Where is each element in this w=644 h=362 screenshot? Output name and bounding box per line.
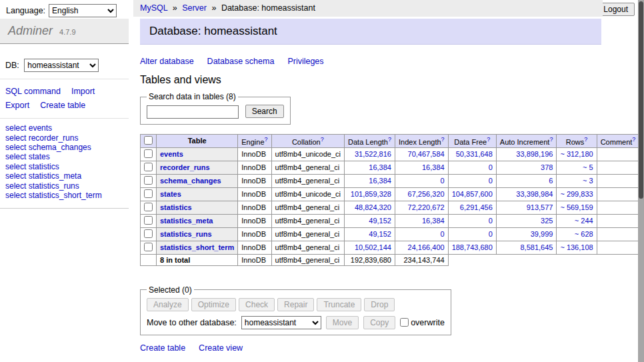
rows-link[interactable]: ~ 569,159 xyxy=(560,203,593,211)
optimize-button[interactable]: Optimize xyxy=(191,298,236,311)
copy-button[interactable]: Copy xyxy=(363,316,395,329)
privileges-link[interactable]: Privileges xyxy=(287,57,323,66)
index-length-link[interactable]: 67,256,320 xyxy=(408,190,445,198)
table-name-link[interactable]: statistics xyxy=(160,203,192,211)
index-length-link[interactable]: 24,166,400 xyxy=(408,243,445,251)
row-checkbox[interactable] xyxy=(144,203,153,211)
index-length-link[interactable]: 70,467,584 xyxy=(408,150,445,158)
table-link[interactable]: recorder_runs xyxy=(29,133,79,143)
table-name-link[interactable]: states xyxy=(160,190,181,198)
row-checkbox[interactable] xyxy=(144,189,153,198)
create-table-link-main[interactable]: Create table xyxy=(140,343,185,353)
data-free-link[interactable]: 104,857,600 xyxy=(452,190,493,198)
index-length-link[interactable]: 16,384 xyxy=(422,217,445,225)
data-length-link[interactable]: 16,384 xyxy=(369,177,391,185)
table-name-link[interactable]: events xyxy=(160,150,183,158)
table-select-link[interactable]: select xyxy=(5,181,26,191)
data-free-link[interactable]: 6,291,456 xyxy=(460,203,493,211)
index-length-doc-link[interactable]: ? xyxy=(441,136,445,143)
table-select-link[interactable]: select xyxy=(5,133,26,143)
collation-doc-link[interactable]: ? xyxy=(321,136,324,143)
db-select[interactable]: homeassistant xyxy=(24,59,99,72)
rows-link[interactable]: ~ 5 xyxy=(583,163,593,171)
data-free-link[interactable]: 0 xyxy=(489,177,493,185)
table-name-link[interactable]: schema_changes xyxy=(160,177,221,185)
index-length-link[interactable]: 0 xyxy=(441,230,445,238)
import-link[interactable]: Import xyxy=(71,87,95,96)
data-length-link[interactable]: 101,859,328 xyxy=(351,190,391,198)
data-length-link[interactable]: 31,522,816 xyxy=(355,150,391,158)
breadcrumb-mysql-link[interactable]: MySQL xyxy=(140,3,167,13)
move-button[interactable]: Move xyxy=(326,316,359,329)
rows-link[interactable]: ~ 628 xyxy=(575,230,593,238)
rows-doc-link[interactable]: ? xyxy=(584,136,587,143)
data-free-link[interactable]: 0 xyxy=(489,230,493,238)
export-link[interactable]: Export xyxy=(5,101,29,110)
auto-increment-link[interactable]: 913,577 xyxy=(527,203,553,211)
data-free-link[interactable]: 50,331,648 xyxy=(456,150,493,158)
row-checkbox[interactable] xyxy=(144,163,153,171)
auto-increment-link[interactable]: 8,581,645 xyxy=(520,243,553,251)
auto-increment-link[interactable]: 6 xyxy=(549,177,553,185)
search-button[interactable]: Search xyxy=(245,105,284,118)
drop-button[interactable]: Drop xyxy=(364,298,395,311)
data-free-doc-link[interactable]: ? xyxy=(487,136,490,143)
sql-command-link[interactable]: SQL command xyxy=(5,87,61,96)
table-link[interactable]: events xyxy=(29,123,52,133)
table-select-link[interactable]: select xyxy=(5,162,26,171)
data-free-link[interactable]: 0 xyxy=(489,163,493,171)
breadcrumb-server-link[interactable]: Server xyxy=(182,3,207,13)
row-checkbox[interactable] xyxy=(144,149,153,158)
index-length-link[interactable]: 0 xyxy=(441,177,445,185)
table-select-link[interactable]: select xyxy=(5,123,26,133)
data-length-link[interactable]: 16,384 xyxy=(369,163,391,171)
database-schema-link[interactable]: Database schema xyxy=(207,57,275,66)
auto-increment-link[interactable]: 325 xyxy=(541,217,553,225)
table-name-link[interactable]: statistics_short_term xyxy=(160,243,234,251)
rows-link[interactable]: ~ 299,833 xyxy=(560,190,593,198)
rows-link[interactable]: ~ 312,180 xyxy=(560,150,593,158)
row-checkbox[interactable] xyxy=(144,176,153,185)
auto-increment-link[interactable]: 33,398,984 xyxy=(516,190,553,198)
scrollbar[interactable] xyxy=(638,0,644,362)
row-checkbox[interactable] xyxy=(144,229,153,238)
engine-doc-link[interactable]: ? xyxy=(265,136,268,143)
table-link[interactable]: statistics_short_term xyxy=(29,191,102,200)
data-length-link[interactable]: 48,824,320 xyxy=(355,203,391,211)
truncate-button[interactable]: Truncate xyxy=(317,298,361,311)
search-input[interactable] xyxy=(147,105,239,119)
data-length-doc-link[interactable]: ? xyxy=(388,136,391,143)
auto-increment-link[interactable]: 39,999 xyxy=(531,230,553,238)
move-db-select[interactable]: homeassistant xyxy=(241,316,321,329)
rows-link[interactable]: ~ 136,108 xyxy=(560,243,593,251)
table-select-link[interactable]: select xyxy=(5,152,26,161)
comment-doc-link[interactable]: ? xyxy=(632,136,635,143)
overwrite-option[interactable]: overwrite xyxy=(400,318,445,327)
table-link[interactable]: statistics_meta xyxy=(29,171,81,181)
data-length-link[interactable]: 49,152 xyxy=(369,217,391,225)
overwrite-checkbox[interactable] xyxy=(400,318,409,327)
data-free-link[interactable]: 0 xyxy=(489,217,493,225)
create-view-link[interactable]: Create view xyxy=(199,343,243,353)
table-link[interactable]: statistics xyxy=(29,162,59,171)
repair-button[interactable]: Repair xyxy=(277,298,314,311)
rows-link[interactable]: ~ 244 xyxy=(575,217,593,225)
check-button[interactable]: Check xyxy=(239,298,275,311)
table-name-link[interactable]: statistics_runs xyxy=(160,230,212,238)
auto-increment-link[interactable]: 33,898,196 xyxy=(516,150,553,158)
row-checkbox[interactable] xyxy=(144,243,153,251)
table-select-link[interactable]: select xyxy=(5,191,26,200)
data-length-link[interactable]: 10,502,144 xyxy=(355,243,391,251)
index-length-link[interactable]: 16,384 xyxy=(422,163,445,171)
table-link[interactable]: statistics_runs xyxy=(29,181,79,191)
rows-link[interactable]: ~ 3 xyxy=(583,177,593,185)
data-free-link[interactable]: 188,743,680 xyxy=(452,243,493,251)
auto-increment-doc-link[interactable]: ? xyxy=(549,136,553,143)
language-select[interactable]: English xyxy=(49,4,117,17)
table-name-link[interactable]: statistics_meta xyxy=(160,217,213,225)
table-select-link[interactable]: select xyxy=(5,171,26,181)
table-link[interactable]: states xyxy=(29,152,50,161)
row-checkbox[interactable] xyxy=(144,216,153,225)
index-length-link[interactable]: 72,220,672 xyxy=(408,203,445,211)
analyze-button[interactable]: Analyze xyxy=(147,298,189,311)
